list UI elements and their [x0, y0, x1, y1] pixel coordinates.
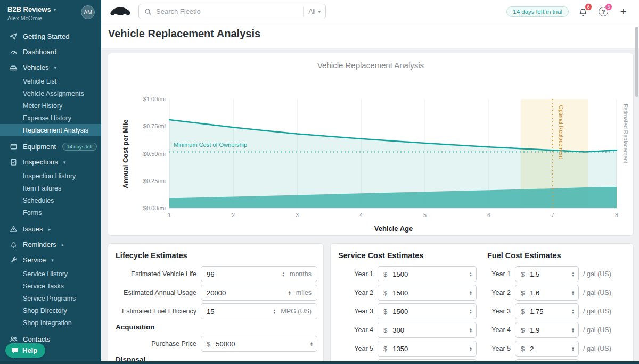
input-value[interactable]: 1500	[392, 270, 408, 278]
input-value[interactable]: 20000	[207, 289, 226, 297]
input-value[interactable]: 1500	[392, 289, 408, 297]
sidebar-item-service-tasks[interactable]: Service Tasks	[0, 280, 101, 292]
estimated-fuel-efficiency-input[interactable]: 15 ▴▾ MPG (US)	[201, 303, 317, 319]
sidebar-item-dashboard[interactable]: Dashboard	[0, 44, 101, 60]
sidebar-item-meter-history[interactable]: Meter History	[0, 100, 101, 112]
stepper-icon[interactable]: ▴▾	[568, 290, 578, 295]
sidebar-item-vehicle-assignments[interactable]: Vehicle Assignments	[0, 87, 101, 100]
bell-icon	[9, 241, 18, 249]
org-switcher[interactable]: B2B Reviews▾ Alex McOmie	[7, 5, 56, 21]
notifications-button[interactable]: 6	[577, 6, 589, 18]
horizontal-scrollbar[interactable]	[0, 361, 639, 364]
service-cost-year-2-input[interactable]: $1500▴▾	[378, 285, 477, 301]
estimated-vehicle-life-input[interactable]: 96 ▴▾ months	[201, 266, 317, 282]
sidebar-item-service-history[interactable]: Service History	[0, 268, 101, 280]
sidebar-item-issues[interactable]: Issues ▸	[0, 221, 101, 237]
sidebar-item-reminders[interactable]: Reminders ▸	[0, 237, 101, 252]
stepper-icon[interactable]: ▴▾	[568, 309, 578, 314]
input-value[interactable]: 1.9	[530, 326, 539, 334]
service-cost-year-5-input[interactable]: $1350▴▾	[378, 341, 477, 357]
paper-plane-icon	[9, 32, 18, 41]
stepper-icon[interactable]: ▴▾	[568, 346, 578, 351]
sidebar-item-inspections[interactable]: Inspections ▾	[0, 154, 101, 170]
svg-text:7: 7	[551, 212, 554, 218]
help-menu-button[interactable]: ? 6	[597, 6, 609, 18]
service-cost-year-4-input[interactable]: $300▴▾	[378, 322, 477, 338]
org-name: B2B Reviews	[7, 5, 51, 13]
sidebar-item-label: Issues	[23, 225, 43, 233]
input-value[interactable]: 96	[207, 270, 214, 278]
add-button[interactable]: +	[618, 6, 629, 18]
content-area: Vehicle Replacement Analysis Minimum Cos…	[101, 48, 639, 364]
sidebar-item-getting-started[interactable]: Getting Started	[0, 29, 101, 44]
sidebar-item-service-programs[interactable]: Service Programs	[0, 292, 101, 304]
input-suffix: / gal (US)	[583, 289, 611, 296]
field-label: Year 3	[487, 308, 511, 315]
stepper-icon[interactable]: ▴▾	[465, 271, 476, 277]
sidebar-item-forms[interactable]: Forms	[0, 206, 101, 219]
sidebar-item-replacement-analysis[interactable]: Replacement Analysis	[0, 124, 101, 136]
input-value[interactable]: 1.5	[530, 270, 539, 278]
sidebar-item-item-failures[interactable]: Item Failures	[0, 182, 101, 194]
estimated-annual-usage-input[interactable]: 20000 ▴▾ miles	[201, 285, 317, 301]
fuel-cost-year-3-input[interactable]: $1.75▴▾	[515, 303, 579, 319]
svg-text:1: 1	[168, 212, 171, 218]
field-label: Purchase Price	[116, 340, 196, 348]
purchase-price-input[interactable]: $ 50000 ▴▾	[201, 336, 317, 352]
stepper-icon[interactable]: ▴▾	[306, 341, 317, 346]
svg-text:2: 2	[232, 212, 235, 218]
input-value[interactable]: 1.6	[530, 289, 539, 297]
service-cost-year-1-input[interactable]: $1500▴▾	[378, 266, 477, 282]
sidebar-item-inspection-history[interactable]: Inspection History	[0, 170, 101, 182]
service-cost-year-3-input[interactable]: $1500▴▾	[378, 303, 477, 319]
svg-text:Minimum Cost of Ownership: Minimum Cost of Ownership	[174, 142, 247, 148]
stepper-icon[interactable]: ▴▾	[465, 327, 476, 333]
input-value[interactable]: 15	[207, 308, 214, 316]
replacement-analysis-chart-card: Vehicle Replacement Analysis Minimum Cos…	[108, 53, 634, 236]
sidebar-item-label: Dashboard	[23, 48, 57, 56]
replacement-analysis-chart: Minimum Cost of OwnershipOptimal Replace…	[108, 71, 633, 235]
input-value[interactable]: 1.75	[530, 308, 543, 316]
sidebar-item-vehicles[interactable]: Vehicles ▾	[0, 60, 101, 75]
search-input[interactable]: Search Fleetio All ▾	[138, 4, 326, 19]
fuel-cost-year-5-input[interactable]: $2▴▾	[515, 341, 579, 357]
chevron-down-icon: ▾	[51, 258, 54, 263]
stepper-icon[interactable]: ▴▾	[465, 309, 476, 314]
sidebar-item-shop-directory[interactable]: Shop Directory	[0, 304, 101, 317]
chevron-down-icon: ▾	[54, 65, 56, 70]
sidebar-item-shop-integration[interactable]: Shop Integration	[0, 317, 101, 329]
input-value[interactable]: 1350	[392, 345, 408, 353]
stepper-icon[interactable]: ▴▾	[465, 290, 476, 295]
avatar[interactable]: AM	[81, 5, 95, 19]
fuel-cost-year-2-input[interactable]: $1.6▴▾	[515, 285, 579, 301]
wrench-icon	[9, 256, 18, 264]
help-button[interactable]: Help	[5, 343, 45, 358]
sidebar-nav: Getting Started Dashboard Vehicles ▾ Veh…	[0, 29, 101, 362]
sidebar-item-expense-history[interactable]: Expense History	[0, 112, 101, 124]
fleetio-logo[interactable]	[109, 4, 131, 19]
svg-text:$0.00/mi: $0.00/mi	[143, 205, 166, 211]
stepper-icon[interactable]: ▴▾	[278, 271, 289, 277]
sidebar-item-equipment[interactable]: Equipment 14 days left	[0, 139, 101, 154]
cost-estimates-card: Service Cost Estimates Year 1 $1500▴▾ Ye…	[330, 243, 634, 364]
input-value[interactable]: 50000	[216, 340, 235, 348]
stepper-icon[interactable]: ▴▾	[284, 290, 295, 295]
input-value[interactable]: 300	[392, 326, 404, 334]
topbar: Search Fleetio All ▾ 14 days left in tri…	[101, 0, 639, 23]
fuel-cost-year-4-input[interactable]: $1.9▴▾	[515, 322, 579, 338]
sidebar-item-vehicle-list[interactable]: Vehicle List	[0, 75, 101, 87]
stepper-icon[interactable]: ▴▾	[465, 346, 476, 351]
field-label: Estimated Annual Usage	[116, 289, 196, 296]
stepper-icon[interactable]: ▴▾	[568, 271, 578, 277]
input-value[interactable]: 1500	[392, 308, 408, 316]
warning-icon	[9, 225, 18, 234]
stepper-icon[interactable]: ▴▾	[568, 327, 578, 333]
chevron-down-icon: ▾	[54, 7, 56, 12]
stepper-icon[interactable]: ▴▾	[269, 309, 280, 314]
input-value[interactable]: 2	[530, 345, 534, 353]
search-scope-dropdown[interactable]: All ▾	[303, 7, 321, 16]
vertical-scrollbar-thumb[interactable]	[635, 27, 638, 97]
sidebar-item-service[interactable]: Service ▾	[0, 252, 101, 268]
fuel-cost-year-1-input[interactable]: $1.5▴▾	[515, 266, 579, 282]
sidebar-item-schedules[interactable]: Schedules	[0, 194, 101, 206]
